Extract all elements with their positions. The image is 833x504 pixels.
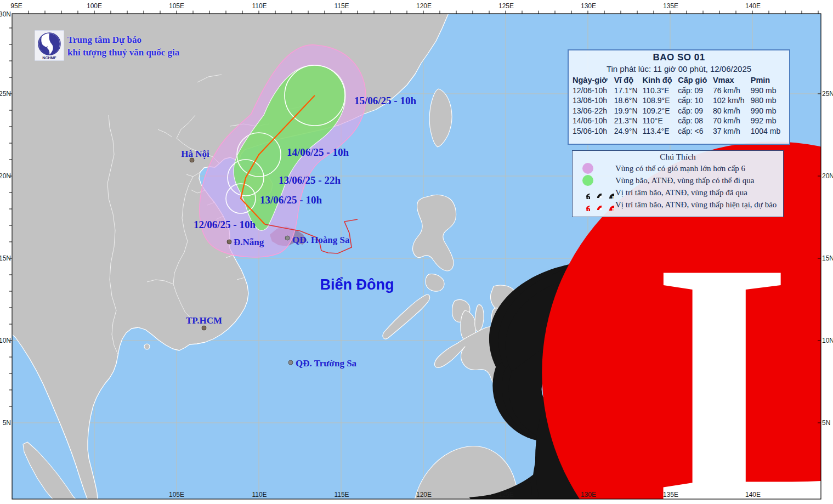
low-pressure-icon [602,199,614,211]
axis-label: 10N [0,337,11,344]
purple-area-icon [582,163,593,174]
axis-labels-left: 30N 25N 20N 15N 10N 5N [0,10,11,427]
column-header: Vĩ độ [614,76,642,86]
track-label-13-06-10h: 13/06/25 - 10h [260,194,322,206]
axis-label: 110E [252,2,267,10]
axis-label: 5N [3,419,11,427]
column-header: Vmax [712,76,750,86]
column-header: Ngày-giờ [572,76,614,86]
legend-row-purple: Vùng có thể có gió mạnh lớn hơn cấp 6 [576,162,780,174]
column-header: Pmin [750,76,786,86]
agency-branding: NCHMF Trung tâm Dự báo khí tượng thuỷ vă… [35,30,179,61]
danang-dot [227,240,231,244]
axis-label: 15N [0,254,11,262]
table-row: 13/06-10h18.6°N108.9°Ecấp: 10102 km/h980… [572,95,786,105]
axis-label: 15N [822,254,833,262]
forecast-table-body: 12/06-10h17.1°N110.3°Ecấp: 0976 km/h990 … [572,86,786,136]
table-header-row: Ngày-giờVĩ độKinh độCấp gióVmaxPmin [572,76,786,86]
table-row: 15/06-10h24.9°N113.4°Ecấp: <637 km/h1004… [572,126,786,136]
agency-name-line1: Trung tâm Dự báo [67,33,179,46]
axis-label: 140E [745,491,761,499]
column-header: Kinh độ [642,76,678,86]
city-label-hanoi: Hà Nội [181,149,209,159]
axis-labels-right: 25N 20N 15N 10N 5N [822,90,833,427]
legend-label: Vị trí tâm bão, ATNĐ, vùng thấp hiện tại… [615,200,777,209]
axis-label: 135E [663,491,678,499]
axis-label: 130E [581,491,596,499]
axis-label: 140E [745,2,761,10]
axis-label: 25N [0,90,11,98]
axis-label: 115E [334,2,349,10]
storm-bulletin-panel: BAO SO 01 Tin phát lúc: 11 giờ 00 phút, … [568,49,790,145]
axis-label: 120E [416,2,432,10]
island-phu-quoc [144,344,150,349]
legend-label: Vùng bão, ATNĐ, vùng thấp có thể đi qua [615,176,754,185]
label-truong-sa: QĐ. Trường Sa [296,358,357,369]
track-label-12-06: 12/06/25 - 10h [194,219,256,230]
tropical-depression-icon [591,187,602,198]
truongsa-dot [288,360,293,365]
track-label-15-06: 15/06/25 - 10h [354,95,416,106]
axis-label: 20N [0,172,11,180]
axis-label: 115E [334,491,349,499]
table-row: 13/06-22h19.9°N109.2°Ecấp: 0980 km/h990 … [572,106,786,116]
axis-label: 105E [169,2,184,10]
table-row: 12/06-10h17.1°N110.3°Ecấp: 0976 km/h990 … [572,86,786,95]
weather-map-screen: L [0,0,833,504]
axis-label: 135E [663,2,678,10]
tphcm-dot [202,326,206,330]
legend-label: Vùng có thể có gió mạnh lớn hơn cấp 6 [615,164,745,173]
axis-label: 125E [498,491,514,499]
nchmf-logo: NCHMF [35,30,64,61]
low-pressure-icon [602,186,614,199]
axis-label: 110E [252,491,267,499]
tropical-depression-icon [591,199,602,210]
axis-labels-top: 95E 100E 105E 110E 115E 120E 125E 130E 1… [10,2,761,10]
axis-label: 95E [10,2,22,10]
city-label-danang: Đ.Nẵng [234,237,264,247]
agency-name-line2: khí tượng thuỷ văn quốc gia [67,46,179,59]
column-header: Cấp gió [677,76,712,86]
cyclone-icon [576,186,590,199]
axis-label: 105E [169,491,184,499]
legend-row-current: Vị trí tâm bão, ATNĐ, vùng thấp hiện tại… [576,199,780,211]
axis-label: 10N [822,337,833,344]
legend-title: Chú Thích [576,152,780,162]
axis-label: 130E [581,2,596,10]
city-label-tphcm: TP.HCM [186,315,222,326]
axis-label: 120E [416,491,432,499]
legend-label: Vị trí tâm bão, ATNĐ, vùng thấp đã qua [615,188,747,197]
agency-name: Trung tâm Dự báo khí tượng thuỷ văn quốc… [67,30,179,59]
legend-panel: Chú Thích Vùng có thể có gió mạnh lớn hơ… [572,150,784,217]
axis-label: 125E [498,2,514,10]
hoangsa-dot [285,236,290,240]
label-hoang-sa: QĐ. Hoàng Sa [292,235,350,245]
axis-label: 100E [87,2,102,10]
forecast-table: Ngày-giờVĩ độKinh độCấp gióVmaxPmin 12/0… [572,76,786,136]
storm-name-title: BAO SO 01 [572,52,786,63]
axis-label: 20N [822,172,833,180]
axis-label: 5N [822,419,830,427]
legend-row-green: Vùng bão, ATNĐ, vùng thấp có thể đi qua [576,174,780,186]
cyclone-icon [576,198,590,211]
table-row: 14/06-10h21.3°N110°Ecấp: 0870 km/h992 mb [572,116,786,126]
green-area-icon [582,175,593,186]
axis-label: 25N [822,90,833,98]
track-label-13-06-22h: 13/06/25 - 22h [279,174,341,186]
svg-text:NCHMF: NCHMF [42,56,56,60]
track-label-14-06: 14/06/25 - 10h [287,146,349,158]
bulletin-issued-time: Tin phát lúc: 11 giờ 00 phút, 12/06/2025 [572,64,786,73]
axis-label: 30N [0,10,11,18]
legend-row-past: Vị trí tâm bão, ATNĐ, vùng thấp đã qua [576,186,780,199]
sea-label: Biển Đông [320,276,394,293]
